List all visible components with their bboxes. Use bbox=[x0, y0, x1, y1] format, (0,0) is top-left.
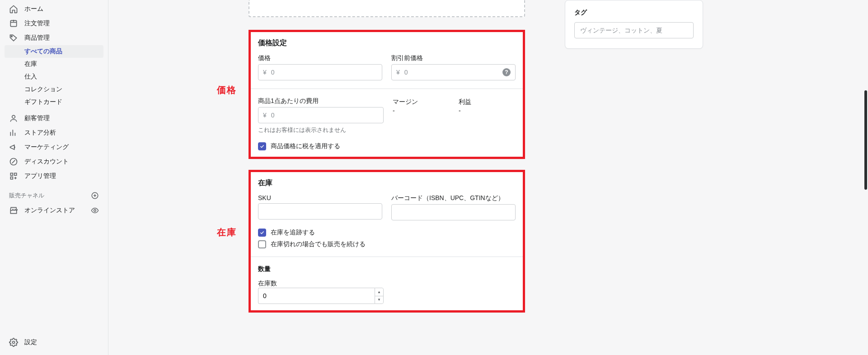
currency-symbol: ¥ bbox=[263, 69, 267, 76]
orders-icon bbox=[9, 19, 18, 28]
annotation-inventory: 在庫 bbox=[217, 226, 237, 238]
megaphone-icon bbox=[9, 143, 18, 152]
analytics-icon bbox=[9, 128, 18, 137]
pricing-title: 価格設定 bbox=[258, 38, 516, 48]
home-icon bbox=[9, 5, 18, 14]
right-column: タグ bbox=[565, 0, 703, 49]
scrollbar[interactable] bbox=[864, 0, 867, 355]
tax-checkbox[interactable] bbox=[258, 142, 266, 150]
channel-online-store[interactable]: オンラインストア bbox=[0, 203, 108, 218]
svg-point-8 bbox=[94, 210, 96, 212]
add-channel-icon[interactable] bbox=[91, 192, 99, 200]
svg-rect-6 bbox=[10, 177, 13, 179]
svg-point-9 bbox=[13, 341, 15, 344]
svg-point-1 bbox=[11, 36, 13, 37]
tags-card: タグ bbox=[565, 0, 703, 49]
sidebar-item-label: ホーム bbox=[24, 5, 43, 13]
tags-title: タグ bbox=[574, 9, 694, 17]
products-subnav: すべての商品 在庫 仕入 コレクション ギフトカード bbox=[0, 45, 108, 111]
sidebar-item-analytics[interactable]: ストア分析 bbox=[5, 126, 103, 140]
profit-value: - bbox=[459, 107, 516, 114]
gear-icon bbox=[9, 338, 18, 347]
sidebar-item-label: ディスカウント bbox=[24, 158, 69, 166]
svg-rect-4 bbox=[10, 173, 13, 175]
sales-channels-label: 販売チャネル bbox=[9, 192, 44, 200]
sidebar-item-label: ストア分析 bbox=[24, 129, 56, 137]
sidebar-nav-lower: 顧客管理 ストア分析 マーケティング ディスカウント bbox=[0, 111, 108, 183]
sidebar-footer: 設定 bbox=[0, 335, 108, 355]
track-inventory-label: 在庫を追跡する bbox=[271, 229, 315, 237]
sales-channels-header: 販売チャネル bbox=[0, 188, 108, 203]
quantity-spinner[interactable]: ▲ ▼ bbox=[258, 288, 384, 304]
sidebar-item-label: 注文管理 bbox=[24, 19, 50, 28]
sidebar-nav: ホーム 注文管理 商品管理 bbox=[0, 2, 108, 45]
sku-input[interactable] bbox=[263, 207, 377, 215]
quantity-title: 数量 bbox=[258, 265, 516, 273]
price-input-wrap[interactable]: ¥ bbox=[258, 64, 382, 80]
quantity-increment[interactable]: ▲ bbox=[375, 288, 383, 296]
inventory-card: 在庫 SKU バーコード（ISBN、UPC、GTINなど） bbox=[249, 170, 525, 313]
pricing-card: 価格設定 価格 ¥ 割引前価格 bbox=[249, 30, 525, 159]
sidebar-item-discounts[interactable]: ディスカウント bbox=[5, 154, 103, 169]
track-inventory-checkbox[interactable] bbox=[258, 229, 266, 237]
oversell-label: 在庫切れの場合でも販売を続ける bbox=[271, 240, 366, 248]
tags-input-wrap[interactable] bbox=[574, 22, 694, 38]
cost-input-wrap[interactable]: ¥ bbox=[258, 107, 384, 123]
sidebar: ホーム 注文管理 商品管理 すべての商品 在庫 仕入 コレクション ギフトカード bbox=[0, 0, 108, 355]
currency-symbol: ¥ bbox=[263, 112, 267, 119]
main-content: 価格 価格設定 価格 ¥ bbox=[108, 0, 868, 355]
tags-input[interactable] bbox=[579, 26, 689, 34]
barcode-label: バーコード（ISBN、UPC、GTINなど） bbox=[391, 194, 516, 202]
quantity-decrement[interactable]: ▼ bbox=[375, 296, 383, 304]
barcode-input[interactable] bbox=[396, 208, 511, 216]
sku-label: SKU bbox=[258, 194, 382, 201]
media-dropzone[interactable] bbox=[249, 0, 525, 17]
cost-input[interactable] bbox=[270, 111, 379, 119]
profit-label: 利益 bbox=[459, 98, 516, 106]
tag-icon bbox=[9, 33, 18, 42]
sidebar-item-home[interactable]: ホーム bbox=[5, 2, 103, 16]
compare-price-input[interactable] bbox=[404, 68, 499, 76]
scrollbar-thumb[interactable] bbox=[864, 90, 867, 190]
settings-label: 設定 bbox=[24, 338, 37, 346]
sidebar-item-label: アプリ管理 bbox=[24, 172, 56, 180]
subnav-collections[interactable]: コレクション bbox=[5, 83, 103, 96]
margin-value: - bbox=[393, 107, 450, 114]
barcode-input-wrap[interactable] bbox=[391, 204, 516, 220]
subnav-giftcards[interactable]: ギフトカード bbox=[5, 96, 103, 108]
tax-checkbox-label: 商品価格に税を適用する bbox=[271, 142, 340, 150]
inventory-title: 在庫 bbox=[258, 178, 516, 188]
channel-label: オンラインストア bbox=[24, 206, 75, 215]
sku-input-wrap[interactable] bbox=[258, 203, 382, 220]
sidebar-item-orders[interactable]: 注文管理 bbox=[5, 16, 103, 31]
sidebar-item-marketing[interactable]: マーケティング bbox=[5, 140, 103, 154]
annotation-price: 価格 bbox=[217, 84, 237, 96]
margin-label: マージン bbox=[393, 98, 450, 106]
subnav-transfers[interactable]: 仕入 bbox=[5, 70, 103, 83]
price-input[interactable] bbox=[270, 68, 377, 76]
compare-price-input-wrap[interactable]: ¥ ? bbox=[391, 64, 516, 80]
price-label: 価格 bbox=[258, 54, 382, 62]
quantity-input[interactable] bbox=[258, 288, 375, 304]
subnav-inventory[interactable]: 在庫 bbox=[5, 58, 103, 70]
svg-point-2 bbox=[12, 115, 15, 118]
sidebar-item-apps[interactable]: アプリ管理 bbox=[5, 169, 103, 183]
cost-label: 商品1点あたりの費用 bbox=[258, 97, 384, 105]
currency-symbol: ¥ bbox=[396, 69, 400, 76]
store-icon bbox=[9, 206, 18, 215]
compare-price-label: 割引前価格 bbox=[391, 54, 516, 62]
cost-hint: これはお客様には表示されません bbox=[258, 126, 384, 134]
oversell-checkbox[interactable] bbox=[258, 240, 266, 248]
sidebar-settings[interactable]: 設定 bbox=[5, 335, 103, 350]
sidebar-item-label: 顧客管理 bbox=[24, 114, 50, 122]
sidebar-item-products[interactable]: 商品管理 bbox=[5, 31, 103, 45]
customers-icon bbox=[9, 114, 18, 123]
subnav-all-products[interactable]: すべての商品 bbox=[5, 45, 103, 58]
svg-rect-5 bbox=[14, 173, 17, 175]
help-icon[interactable]: ? bbox=[502, 68, 511, 76]
eye-icon[interactable] bbox=[91, 206, 99, 215]
pricing-card-wrapper: 価格 価格設定 価格 ¥ bbox=[249, 30, 525, 159]
inventory-card-wrapper: 在庫 在庫 SKU バーコード bbox=[249, 170, 525, 313]
sidebar-item-customers[interactable]: 顧客管理 bbox=[5, 111, 103, 126]
available-label: 在庫数 bbox=[258, 280, 277, 287]
